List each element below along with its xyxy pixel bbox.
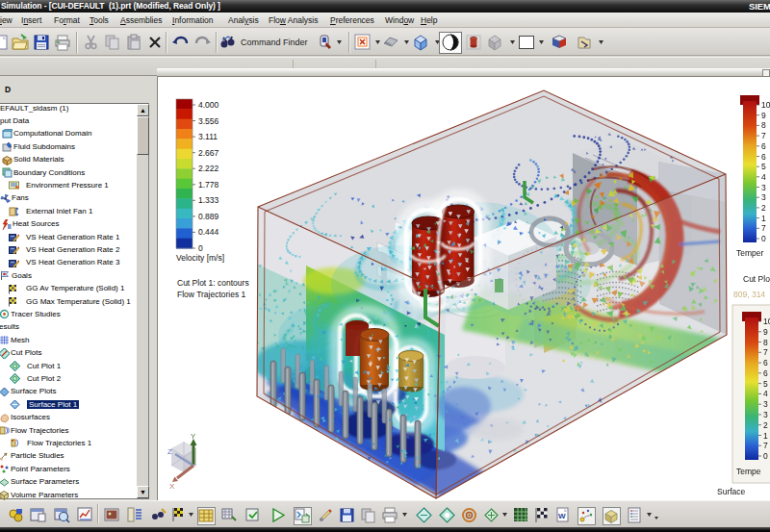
- svg-text:Cut Plo: Cut Plo: [743, 274, 770, 284]
- svg-text:8: 8: [761, 120, 766, 130]
- svg-text:3: 3: [763, 410, 768, 419]
- svg-text:7: 7: [761, 131, 766, 140]
- svg-text:Z: Z: [167, 447, 172, 456]
- svg-text:Cut Plot 1: contours: Cut Plot 1: contours: [177, 278, 249, 288]
- svg-text:8: 8: [763, 338, 768, 347]
- svg-text:X: X: [169, 482, 175, 491]
- svg-text:3: 3: [761, 192, 766, 202]
- svg-text:10: 10: [763, 317, 770, 326]
- svg-text:Temper: Temper: [736, 248, 764, 258]
- svg-text:3: 3: [763, 399, 768, 409]
- svg-text:9: 9: [763, 327, 768, 337]
- svg-text:6: 6: [763, 368, 768, 378]
- svg-text:9: 9: [761, 111, 766, 120]
- svg-text:5: 5: [761, 162, 766, 171]
- svg-text:W: W: [558, 512, 566, 520]
- svg-text:0.889: 0.889: [198, 212, 219, 221]
- svg-text:6: 6: [763, 358, 768, 367]
- svg-text:7: 7: [763, 347, 768, 357]
- svg-text:7: 7: [761, 223, 766, 233]
- svg-text:2.222: 2.222: [198, 164, 219, 173]
- svg-text:0: 0: [761, 234, 766, 243]
- svg-text:7: 7: [763, 441, 768, 450]
- svg-text:4.000: 4.000: [198, 100, 219, 110]
- svg-text:0: 0: [763, 451, 768, 461]
- svg-text:1: 1: [761, 214, 766, 223]
- svg-text:1.333: 1.333: [198, 195, 219, 205]
- svg-text:Y: Y: [191, 432, 196, 441]
- svg-text:2: 2: [761, 203, 766, 213]
- svg-text:6: 6: [761, 141, 766, 151]
- svg-text:3: 3: [761, 183, 766, 192]
- svg-text:6: 6: [761, 152, 766, 162]
- svg-text:3.111: 3.111: [198, 132, 218, 141]
- svg-text:1.778: 1.778: [198, 180, 219, 190]
- svg-text:Velocity [m/s]: Velocity [m/s]: [176, 253, 224, 263]
- svg-text:1: 1: [763, 431, 768, 441]
- svg-text:Flow Trajectories 1: Flow Trajectories 1: [177, 290, 246, 299]
- svg-text:0: 0: [198, 243, 203, 253]
- svg-text:5: 5: [763, 379, 768, 389]
- svg-text:0.444: 0.444: [198, 227, 219, 237]
- svg-text:10: 10: [761, 100, 770, 110]
- svg-text:3.556: 3.556: [198, 116, 219, 126]
- svg-text:4: 4: [763, 389, 768, 398]
- svg-text:2: 2: [763, 420, 768, 430]
- svg-text:Tempe: Tempe: [736, 467, 761, 476]
- svg-text:809, 314: 809, 314: [733, 290, 765, 299]
- svg-text:Surface: Surface: [717, 487, 746, 496]
- svg-text:4: 4: [761, 172, 766, 182]
- svg-text:2.667: 2.667: [198, 148, 219, 158]
